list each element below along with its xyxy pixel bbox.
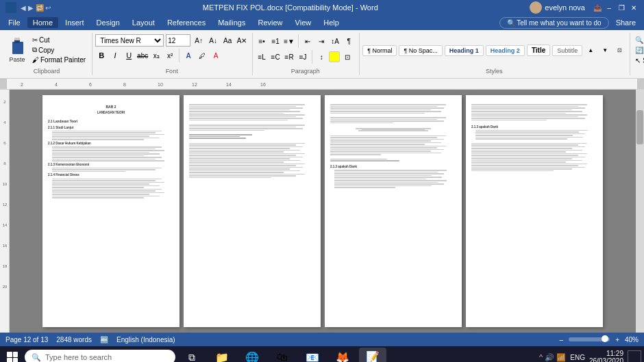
bullets-button[interactable]: ≡• bbox=[256, 35, 268, 47]
user-area: evelyn nova bbox=[530, 1, 585, 14]
cut-button[interactable]: ✂Cut bbox=[30, 36, 88, 44]
document-page-2 bbox=[184, 95, 321, 327]
title-bar: ◀ ▶ 🔁 ↩ METPEN FIX POL.docx [Compatibili… bbox=[0, 0, 644, 15]
page1-sub4: 2.1.4 Financial Stress bbox=[48, 173, 174, 177]
align-center-button[interactable]: ≡C bbox=[269, 51, 282, 63]
borders-button[interactable]: ⊡ bbox=[341, 51, 354, 63]
zoom-out-button[interactable]: – bbox=[560, 336, 564, 344]
vertical-scrollbar[interactable] bbox=[636, 90, 644, 333]
page4-sub1: 2.1.3 apakah Dank bbox=[471, 125, 597, 129]
notification-button[interactable] bbox=[628, 350, 641, 362]
style-heading2[interactable]: Heading 2 bbox=[486, 45, 525, 56]
menu-review[interactable]: Review bbox=[253, 17, 288, 28]
bold-button[interactable]: B bbox=[95, 49, 108, 62]
align-left-button[interactable]: ≡L bbox=[256, 51, 268, 63]
styles-scroll-up[interactable]: ▲ bbox=[584, 44, 597, 57]
taskbar-explorer-button[interactable]: 📁 bbox=[208, 348, 236, 362]
clipboard-group: Paste ✂Cut ⧉Copy 🖌Format Painter Clipboa… bbox=[4, 33, 92, 75]
taskbar-mail-button[interactable]: 📧 bbox=[299, 348, 326, 362]
style-subtitle[interactable]: Subtitle bbox=[552, 45, 582, 56]
multilevel-button[interactable]: ≡▼ bbox=[283, 35, 295, 47]
svg-text:16: 16 bbox=[260, 82, 266, 87]
taskbar-word-button[interactable]: 📝 bbox=[359, 348, 386, 362]
tray-icons[interactable]: ^ 🔊 📶 bbox=[539, 353, 566, 362]
svg-text:18: 18 bbox=[3, 264, 8, 268]
zoom-slider[interactable] bbox=[569, 337, 610, 341]
underline-button[interactable]: U bbox=[123, 49, 135, 62]
task-view-button[interactable]: ⧉ bbox=[178, 348, 206, 362]
pages-container: BAB 2 LANDASAN TEORI 2.1 Landasan Teori … bbox=[10, 90, 636, 333]
document-area: 2 4 6 8 10 12 14 16 18 20 BAB 2 LANDASAN… bbox=[0, 90, 644, 333]
taskbar-store-button[interactable]: 🛍 bbox=[269, 348, 296, 362]
font-color-button[interactable]: A bbox=[210, 49, 222, 62]
page1-sub3: 2.1.3 Kemerosotan Ekonomi bbox=[48, 163, 174, 167]
zoom-in-button[interactable]: + bbox=[615, 336, 619, 344]
font-grow-button[interactable]: A↑ bbox=[193, 34, 205, 47]
status-bar: Page 12 of 13 2848 words 🔤 English (Indo… bbox=[0, 333, 644, 346]
clear-format-button[interactable]: A✕ bbox=[236, 34, 248, 47]
replace-button[interactable]: 🔄 Replace bbox=[633, 46, 644, 55]
style-title[interactable]: Title bbox=[527, 44, 550, 56]
start-button[interactable] bbox=[3, 348, 22, 362]
username: evelyn nova bbox=[545, 3, 585, 12]
line-spacing-button[interactable]: ↕ bbox=[315, 51, 327, 63]
svg-rect-0 bbox=[12, 42, 23, 54]
copy-button[interactable]: ⧉Copy bbox=[30, 45, 88, 55]
taskbar-search-box[interactable]: 🔍 Type here to search bbox=[25, 350, 175, 362]
close-button[interactable]: ✕ bbox=[629, 3, 639, 12]
menu-mailings[interactable]: Mailings bbox=[212, 17, 251, 28]
font-shrink-button[interactable]: A↓ bbox=[207, 34, 219, 47]
find-button[interactable]: 🔍 Find ▼ bbox=[633, 36, 644, 44]
share-button[interactable]: Share bbox=[610, 17, 641, 28]
increase-indent-button[interactable]: ⇥ bbox=[315, 35, 327, 47]
highlight-button[interactable]: 🖊 bbox=[196, 49, 208, 62]
text-effects-button[interactable]: A bbox=[182, 49, 195, 62]
style-heading1[interactable]: Heading 1 bbox=[445, 45, 484, 56]
paste-button[interactable]: Paste bbox=[5, 34, 29, 64]
taskbar-firefox-button[interactable]: 🦊 bbox=[329, 348, 356, 362]
status-left: Page 12 of 13 2848 words 🔤 English (Indo… bbox=[5, 336, 175, 344]
styles-dialog-button[interactable]: ⊡ bbox=[613, 44, 626, 57]
clipboard-label: Clipboard bbox=[5, 68, 88, 75]
style-normal[interactable]: ¶ Normal bbox=[362, 45, 397, 56]
svg-text:14: 14 bbox=[226, 82, 232, 87]
format-painter-button[interactable]: 🖌Format Painter bbox=[30, 55, 88, 64]
menu-home[interactable]: Home bbox=[27, 17, 58, 28]
svg-text:6: 6 bbox=[3, 141, 6, 145]
superscript-button[interactable]: x² bbox=[164, 49, 176, 62]
italic-button[interactable]: I bbox=[109, 49, 121, 62]
styles-scroll-down[interactable]: ▼ bbox=[599, 44, 611, 57]
font-name-select[interactable]: Times New R bbox=[95, 34, 164, 47]
decrease-indent-button[interactable]: ⇤ bbox=[301, 35, 314, 47]
show-marks-button[interactable]: ¶ bbox=[343, 35, 355, 47]
menu-view[interactable]: View bbox=[290, 17, 317, 28]
select-button[interactable]: ↖ Select ▼ bbox=[633, 56, 644, 65]
numbering-button[interactable]: ≡1 bbox=[269, 35, 282, 47]
restore-button[interactable]: ❐ bbox=[617, 3, 626, 12]
app-title: METPEN FIX POL.docx [Compatibility Mode]… bbox=[51, 3, 530, 12]
minimize-button[interactable]: – bbox=[604, 3, 614, 12]
page1-sub2: 2.1.2 Dasar Hukum Kebijakan bbox=[48, 142, 174, 146]
menu-help[interactable]: Help bbox=[318, 17, 345, 28]
menu-insert[interactable]: Insert bbox=[60, 17, 90, 28]
menu-file[interactable]: File bbox=[3, 17, 26, 28]
change-case-button[interactable]: Aa bbox=[221, 34, 234, 47]
shading-button[interactable] bbox=[329, 51, 340, 62]
svg-text:2: 2 bbox=[21, 82, 23, 87]
font-size-input[interactable] bbox=[166, 34, 190, 47]
sort-button[interactable]: ↕A bbox=[329, 35, 341, 47]
justify-button[interactable]: ≡J bbox=[297, 51, 309, 63]
taskbar-edge-button[interactable]: 🌐 bbox=[238, 348, 266, 362]
scrollbar-thumb[interactable] bbox=[636, 110, 643, 144]
menu-layout[interactable]: Layout bbox=[127, 17, 160, 28]
subscript-button[interactable]: x₂ bbox=[150, 49, 162, 62]
menu-design[interactable]: Design bbox=[91, 17, 125, 28]
strikethrough-button[interactable]: abc bbox=[136, 49, 149, 62]
page1-chapter-subtitle: LANDASAN TEORI bbox=[48, 111, 174, 115]
align-right-button[interactable]: ≡R bbox=[283, 51, 295, 63]
tell-me-input[interactable]: 🔍 Tell me what you want to do bbox=[499, 17, 609, 29]
style-no-spacing[interactable]: ¶ No Spac... bbox=[399, 45, 442, 56]
page3-sub1: 2.1.3 apakah Dank bbox=[330, 165, 456, 169]
svg-text:14: 14 bbox=[3, 223, 8, 227]
menu-references[interactable]: References bbox=[162, 17, 211, 28]
